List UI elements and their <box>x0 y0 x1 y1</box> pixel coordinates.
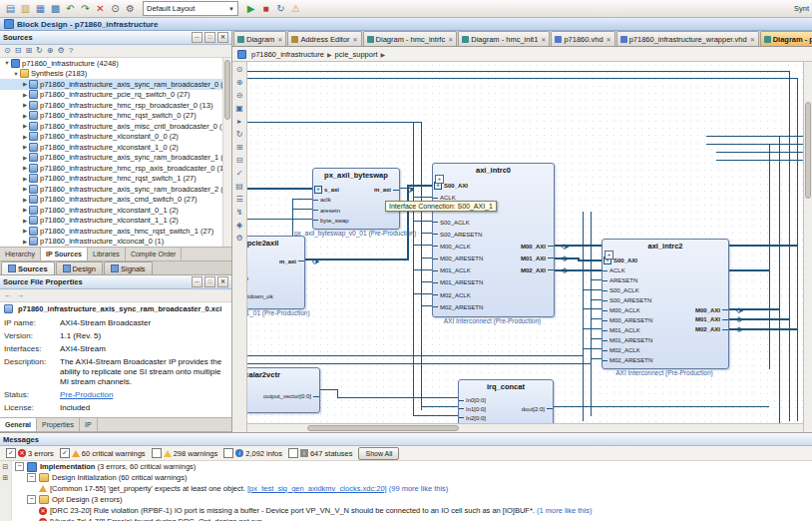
caret-collapsed-icon[interactable]: ▶ <box>21 144 29 150</box>
forward-icon[interactable]: → <box>16 290 24 300</box>
port-S00_AXI[interactable]: +S00_AXI <box>433 182 554 190</box>
tree-item[interactable]: ▶p71860_infrastructure_axis_cmd_switch_0… <box>0 195 231 206</box>
search-icon[interactable]: ⊙ <box>108 2 123 16</box>
save-all-icon[interactable]: ▩ <box>48 2 63 16</box>
expand-block-icon[interactable]: + <box>435 175 444 184</box>
block-axi_intrc2[interactable]: axi_intrc2++S00_AXIACLKARESETNS00_ACLKS0… <box>602 239 729 369</box>
tree-item[interactable]: ▶p71860_infrastructure_axis_sync_ram_bro… <box>0 184 231 195</box>
collapse-icon[interactable]: ⊟ <box>233 155 245 166</box>
message-row[interactable]: [Common 17-55] 'get_property' expects at… <box>13 483 812 494</box>
message-row[interactable]: −Design Initialization (60 critical warn… <box>13 472 812 483</box>
doc-tab-diagram-hmc-intrfc[interactable]: Diagram - hmc_intrfc✕ <box>363 31 458 46</box>
caret-expanded-icon[interactable]: ▼ <box>3 60 11 66</box>
route-icon[interactable]: ↯ <box>233 207 245 218</box>
tab-ip-sources[interactable]: IP Sources <box>41 248 88 260</box>
tree-item[interactable]: ▶p71860_infrastructure_hmc_rqst_switch_0… <box>0 111 231 122</box>
close-tab-icon[interactable]: ✕ <box>353 36 358 43</box>
tab-ip[interactable]: IP <box>80 418 98 431</box>
port-S00_ARESETN[interactable]: S00_ARESETN <box>433 231 554 239</box>
close-icon[interactable]: ✕ <box>217 276 228 287</box>
wire[interactable] <box>247 122 421 123</box>
property-value[interactable]: Pre-Production <box>60 390 227 400</box>
block-scalar2vctr[interactable]: scalar2vctroutput_vector[0:0] <box>247 367 320 413</box>
settings-icon[interactable]: ⚙ <box>233 233 245 244</box>
caret-collapsed-icon[interactable]: ▶ <box>21 113 29 119</box>
doc-tab-address-editor[interactable]: Address Editor✕ <box>287 31 361 46</box>
filter-status[interactable]: i647 statuses <box>288 448 353 458</box>
wire[interactable] <box>583 212 584 421</box>
wire[interactable] <box>583 269 602 270</box>
run-icon[interactable]: ▶ <box>243 2 258 16</box>
checkbox-warning[interactable] <box>152 448 162 458</box>
collapse-node-icon[interactable]: − <box>27 495 36 504</box>
port-S00_ARESETN[interactable]: S00_ARESETN <box>603 296 728 304</box>
caret-expanded-icon[interactable]: ▼ <box>12 71 20 77</box>
minimize-icon[interactable]: ─ <box>192 32 203 43</box>
wire[interactable] <box>583 328 602 329</box>
collapse-node-icon[interactable]: − <box>15 462 24 471</box>
wire[interactable] <box>247 188 312 190</box>
wire[interactable] <box>413 197 432 198</box>
caret-collapsed-icon[interactable]: ▶ <box>21 81 29 87</box>
expand-block-icon[interactable]: + <box>605 251 613 260</box>
doc-tab-p71860-infrastructure-wrapper-vhd[interactable]: p71860_infrastructure_wrapper.vhd✕ <box>616 31 759 46</box>
redo-icon[interactable]: ↷ <box>78 2 93 16</box>
tab-hierarchy[interactable]: Hierarchy <box>0 248 41 260</box>
help-icon[interactable]: ? <box>69 46 73 56</box>
warnings-icon[interactable]: ⚠ <box>288 2 303 16</box>
port-aresetn[interactable]: aresetn <box>247 274 304 282</box>
refresh-icon[interactable]: ↻ <box>36 46 43 56</box>
caret-collapsed-icon[interactable]: ▶ <box>21 102 29 108</box>
wire[interactable] <box>292 199 312 200</box>
close-tab-icon[interactable]: ✕ <box>607 36 611 43</box>
caret-collapsed-icon[interactable]: ▶ <box>21 165 29 171</box>
port-dout[2:0][interactable]: dout[2:0] <box>459 405 553 413</box>
delete-icon[interactable]: ✕ <box>93 2 108 16</box>
port-M01_ARESETN[interactable]: M01_ARESETN <box>603 336 728 344</box>
doc-tab-diagram[interactable]: Diagram✕ <box>233 31 286 46</box>
open-file-icon[interactable]: ▥ <box>18 2 33 16</box>
checkbox-info[interactable] <box>223 448 233 458</box>
caret-collapsed-icon[interactable]: ▶ <box>21 186 29 192</box>
refresh-icon[interactable]: ↻ <box>273 2 288 16</box>
wire[interactable] <box>413 122 414 415</box>
collapse-all-icon[interactable]: ⊟ <box>15 46 22 56</box>
zoom-out-icon[interactable]: ⊖ <box>233 90 245 101</box>
wire[interactable] <box>413 415 458 416</box>
wire[interactable] <box>292 209 312 210</box>
wire[interactable] <box>769 144 770 369</box>
wire[interactable] <box>591 212 592 416</box>
zoom-in-icon[interactable]: ⊕ <box>233 77 245 88</box>
tree-item[interactable]: ▶p71860_infrastructure_hmc_rsp_broadcast… <box>0 100 231 111</box>
port-S00_AXI[interactable]: +S00_AXI <box>603 257 728 264</box>
breadcrumb-current[interactable]: pcie_support <box>335 50 378 59</box>
filter-warning[interactable]: 298 warnings <box>152 448 218 458</box>
search-icon[interactable]: ⊙ <box>4 46 11 56</box>
port-M01_ARESETN[interactable]: M01_ARESETN <box>433 278 554 286</box>
tab-libraries[interactable]: Libraries <box>88 248 126 260</box>
wire[interactable] <box>583 308 602 309</box>
port-M00_AXI[interactable]: M00_AXI◇▸ <box>603 306 728 314</box>
port-byte_swap[interactable]: byte_swap <box>313 217 399 225</box>
wire[interactable] <box>797 78 798 421</box>
wire[interactable] <box>591 299 602 300</box>
panel-tab-design[interactable]: Design <box>56 261 103 274</box>
float-icon[interactable]: □ <box>204 276 215 287</box>
collapse-node-icon[interactable]: − <box>27 473 36 482</box>
port-M02_ACLK[interactable]: M02_ACLK <box>433 291 554 299</box>
tree-item[interactable]: ▼Synthesis (2183) <box>0 69 231 80</box>
port-m_axi[interactable]: m_axi◇▸ <box>247 258 304 265</box>
port-M01_AXI[interactable]: M01_AXI◇▸ <box>603 315 728 323</box>
collapse-all-icon[interactable]: ⊟ <box>3 463 9 471</box>
tab-properties[interactable]: Properties <box>37 418 80 431</box>
port-S00_ACLK[interactable]: S00_ACLK <box>433 219 554 227</box>
caret-collapsed-icon[interactable]: ▶ <box>21 197 29 203</box>
close-tab-icon[interactable]: ✕ <box>448 36 453 43</box>
filter-error[interactable]: ✓✕3 errors <box>6 448 54 458</box>
properties-icon[interactable]: ☰ <box>233 194 245 205</box>
wire[interactable] <box>413 245 432 246</box>
wire[interactable] <box>591 279 602 280</box>
wire[interactable] <box>421 305 432 306</box>
wire[interactable] <box>591 338 602 339</box>
port-ARESETN[interactable]: ARESETN <box>603 276 728 284</box>
